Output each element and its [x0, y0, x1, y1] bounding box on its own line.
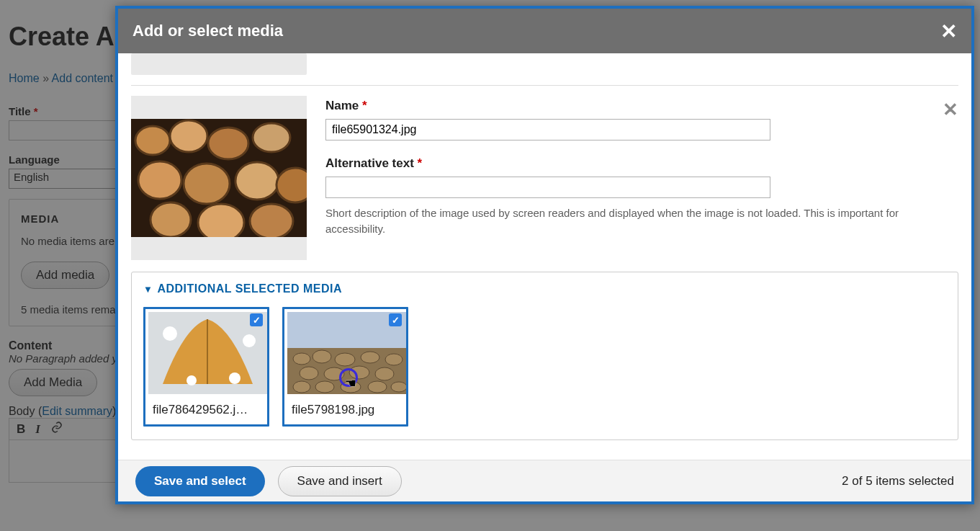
svg-point-1	[135, 126, 170, 155]
svg-point-7	[235, 162, 279, 200]
alt-text-label: Alternative text *	[325, 156, 930, 171]
name-label: Name *	[325, 99, 930, 113]
modal-title: Add or select media	[132, 22, 283, 40]
svg-point-2	[170, 120, 207, 152]
save-and-insert-button[interactable]: Save and insert	[278, 466, 402, 496]
modal-body: Name * Alternative text * Short descript…	[118, 53, 971, 460]
svg-point-5	[138, 161, 181, 199]
firewood-image	[131, 119, 307, 237]
checkmark-icon: ✓	[389, 313, 402, 326]
svg-point-26	[349, 366, 369, 379]
save-and-select-button[interactable]: Save and select	[135, 466, 265, 496]
additional-tiles: ✓ file786429562.j…	[143, 307, 946, 427]
svg-point-19	[293, 353, 310, 365]
svg-point-28	[293, 381, 310, 393]
additional-selected-heading: ADDITIONAL SELECTED MEDIA	[157, 282, 342, 295]
svg-point-13	[163, 326, 177, 341]
additional-selected-toggle[interactable]: ▼ ADDITIONAL SELECTED MEDIA	[143, 282, 946, 295]
svg-point-22	[361, 352, 379, 363]
svg-point-8	[277, 168, 307, 202]
svg-point-23	[385, 354, 403, 365]
svg-point-11	[250, 204, 293, 237]
svg-point-32	[391, 382, 406, 392]
checkmark-icon: ✓	[250, 313, 263, 326]
svg-point-15	[186, 375, 197, 385]
svg-point-24	[300, 367, 318, 380]
svg-point-4	[253, 123, 290, 152]
remove-media-icon[interactable]: ✕	[943, 99, 958, 121]
svg-point-31	[368, 381, 387, 393]
svg-point-16	[229, 372, 240, 384]
selection-status: 2 of 5 items selected	[842, 474, 954, 488]
svg-point-25	[324, 367, 344, 380]
modal-footer: Save and select Save and insert 2 of 5 i…	[118, 460, 971, 501]
alt-text-input[interactable]	[325, 177, 770, 198]
svg-point-29	[315, 381, 334, 393]
previous-item-placeholder	[131, 53, 307, 75]
svg-point-3	[208, 128, 248, 159]
svg-point-27	[375, 367, 394, 380]
divider	[131, 85, 958, 86]
svg-point-30	[341, 381, 361, 393]
media-tile-caption: file786429562.j…	[145, 397, 267, 424]
svg-point-6	[184, 164, 230, 204]
close-icon[interactable]: ✕	[940, 19, 957, 43]
media-modal: Add or select media ✕	[115, 6, 974, 504]
alt-text-help: Short description of the image used by s…	[325, 205, 930, 237]
svg-point-14	[243, 334, 256, 347]
modal-header: Add or select media ✕	[118, 9, 971, 53]
caret-down-icon: ▼	[143, 284, 153, 295]
svg-point-21	[335, 353, 355, 366]
media-tile-caption: file5798198.jpg	[284, 397, 406, 424]
svg-point-9	[150, 202, 191, 237]
svg-point-20	[313, 350, 331, 363]
fields-column: Name * Alternative text * Short descript…	[325, 96, 958, 260]
name-input[interactable]	[325, 119, 770, 140]
additional-selected-panel: ▼ ADDITIONAL SELECTED MEDIA ✓ file7864	[131, 272, 958, 440]
media-thumbnail	[131, 96, 307, 260]
media-edit-row: Name * Alternative text * Short descript…	[131, 96, 958, 260]
media-tile[interactable]: ✓ file786429562.j…	[143, 307, 269, 427]
svg-point-10	[198, 204, 244, 237]
media-tile[interactable]: ✓ file5798198.jpg	[282, 307, 408, 427]
